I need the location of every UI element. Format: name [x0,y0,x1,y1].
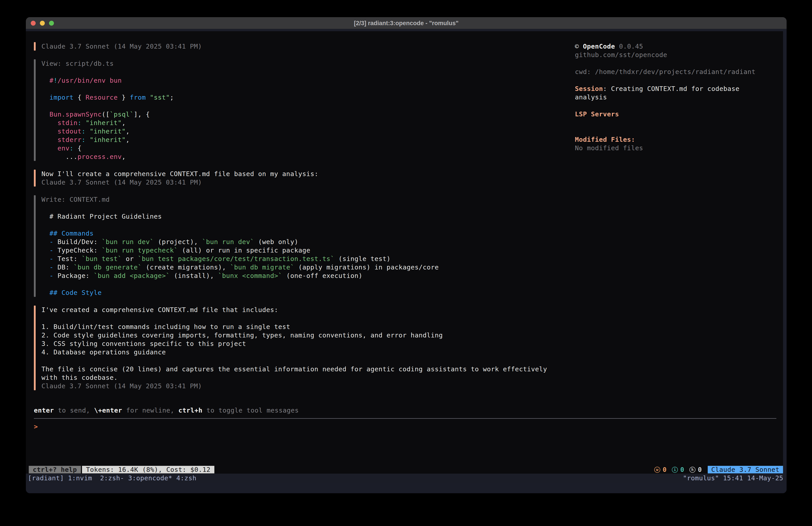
help-shortcut-chip: ctrl+? help [29,466,81,473]
text-line: 3. CSS styling conventions specific to t… [41,339,547,348]
text-line [41,280,439,288]
text-line: #!/usr/bin/env bun [41,76,174,85]
text-line: cwd: /home/thdxr/dev/projects/radiant/ra… [575,68,771,76]
opencode-tui: Claude 3.7 Sonnet (14 May 2025 03:41 PM)… [26,31,783,474]
text-line [41,314,547,323]
text-line: - TypeCheck: `bun run typecheck` (all) o… [41,246,439,255]
text-line: No modified files [575,144,771,152]
terminal-body: Claude 3.7 Sonnet (14 May 2025 03:41 PM)… [26,29,787,493]
message-block: Write: CONTEXT.md # Radiant Project Guid… [34,195,578,297]
editor-hint: enter to send, \+enter for newline, ctrl… [34,406,776,415]
text-line: Claude 3.7 Sonnet (14 May 2025 03:41 PM) [41,42,202,51]
tmux-status-bar: [radiant] 1:nvim 2:zsh- 3:opencode* 4:zs… [26,474,787,483]
chat-input[interactable]: > [34,422,776,431]
text-line: Modified Files: [575,135,771,144]
message-body: Now I'll create a comprehensive CONTEXT.… [41,170,318,187]
diagnostic-info-icon: i [672,467,678,473]
text-line: stdout: "inherit", [41,127,174,136]
tmux-session-windows[interactable]: [radiant] 1:nvim 2:zsh- 3:opencode* 4:zs… [28,474,196,483]
message-body: Write: CONTEXT.md # Radiant Project Guid… [41,195,439,297]
status-bar: ctrl+? help Tokens: 16.4K (8%), Cost: $0… [29,466,783,473]
diagnostic-info: i0 [672,466,684,473]
message-accent-bar [34,195,36,297]
chat-transcript[interactable]: Claude 3.7 Sonnet (14 May 2025 03:41 PM)… [34,42,578,399]
text-line: LSP Servers [575,110,771,118]
text-line: - Test: `bun test` or `bun test packages… [41,255,439,263]
message-block: Now I'll create a comprehensive CONTEXT.… [34,170,578,187]
message-accent-bar [34,170,36,187]
text-line [575,101,771,110]
message-accent-bar [34,42,36,51]
session-sidebar: © OpenCode 0.0.45github.com/sst/opencode… [575,42,771,152]
window-title: [2/3] radiant:3:opencode - "romulus" [26,17,787,29]
text-line: 4. Database operations guidance [41,348,547,356]
message-editor: enter to send, \+enter for newline, ctrl… [34,406,776,431]
diagnostics-group: w0i0h0 [654,466,707,473]
text-line: github.com/sst/opencode [575,51,771,59]
message-body: I've created a comprehensive CONTEXT.md … [41,305,547,390]
window-titlebar[interactable]: [2/3] radiant:3:opencode - "romulus" [26,17,787,29]
tokens-cost-chip: Tokens: 16.4K (8%), Cost: $0.12 [82,466,214,473]
diagnostic-info-count: 0 [680,466,684,473]
message-block: I've created a comprehensive CONTEXT.md … [34,305,578,390]
text-line: import { Resource } from "sst"; [41,93,174,102]
diagnostic-warn-icon: w [654,467,660,473]
input-divider [34,418,776,419]
text-line [575,59,771,68]
text-line [41,204,439,212]
text-line [41,356,547,365]
text-line: - Package: `bun add <package>` (install)… [41,271,439,280]
message-block: Claude 3.7 Sonnet (14 May 2025 03:41 PM) [34,42,578,51]
text-line: Now I'll create a comprehensive CONTEXT.… [41,170,318,178]
text-line: Session: Creating CONTEXT.md for codebas… [575,84,771,93]
diagnostic-warn: w0 [654,466,667,473]
text-line [41,85,174,93]
message-block: View: script/db.ts #!/usr/bin/env bun im… [34,59,578,161]
text-line: Bun.spawnSync([`psql`], { [41,110,174,118]
text-line: I've created a comprehensive CONTEXT.md … [41,305,547,314]
status-right: w0i0h0 Claude 3.7 Sonnet [654,466,783,473]
text-line: Claude 3.7 Sonnet (14 May 2025 03:41 PM) [41,382,547,390]
diagnostic-hint: h0 [690,466,702,473]
text-line: # Radiant Project Guidelines [41,212,439,221]
text-line [575,76,771,84]
text-line [41,102,174,110]
text-line: with this codebase. [41,373,547,382]
terminal-window: [2/3] radiant:3:opencode - "romulus" Cla… [26,17,787,493]
text-line: © OpenCode 0.0.45 [575,42,771,51]
text-line: analysis [575,93,771,101]
text-line [41,68,174,76]
text-line: 1. Build/lint/test commands including ho… [41,323,547,331]
message-accent-bar [34,59,36,161]
diagnostic-warn-count: 0 [663,466,667,473]
text-line: stdin: "inherit", [41,118,174,127]
text-line: stderr: "inherit", [41,136,174,144]
diagnostic-hint-icon: h [690,467,695,473]
text-line: - DB: `bun db generate` (create migratio… [41,263,439,271]
model-badge: Claude 3.7 Sonnet [708,466,783,473]
text-line: ## Code Style [41,288,439,297]
prompt-caret: > [34,423,38,430]
text-line: 2. Code style guidelines covering import… [41,331,547,339]
text-line [41,221,439,229]
message-body: View: script/db.ts #!/usr/bin/env bun im… [41,59,174,161]
diagnostic-hint-count: 0 [698,466,702,473]
text-line: View: script/db.ts [41,59,174,68]
text-line: ## Commands [41,229,439,238]
tmux-host-time: "romulus" 15:41 14-May-25 [683,474,783,483]
message-body: Claude 3.7 Sonnet (14 May 2025 03:41 PM) [41,42,202,51]
text-line [575,118,771,127]
message-accent-bar [34,305,36,390]
text-line [575,127,771,135]
text-line: Claude 3.7 Sonnet (14 May 2025 03:41 PM) [41,178,318,187]
text-line: - Build/Dev: `bun run dev` (project), `b… [41,238,439,246]
text-line: env: { [41,144,174,153]
text-line: The file is concise (20 lines) and captu… [41,365,547,373]
text-line: Write: CONTEXT.md [41,195,439,204]
text-line: ...process.env, [41,153,174,161]
